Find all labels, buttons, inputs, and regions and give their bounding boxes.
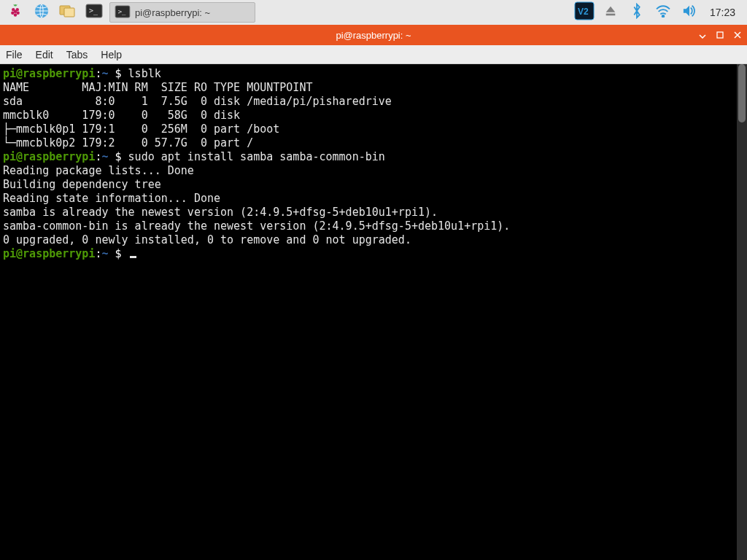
terminal-icon: >_	[85, 4, 103, 21]
window-title: pi@raspberrypi: ~	[336, 30, 411, 41]
taskbar-app-title: pi@raspberrypi: ~	[135, 7, 210, 18]
terminal-window: pi@raspberrypi: ~ File Edit Tabs Help pi…	[0, 25, 747, 560]
minimize-button[interactable]	[697, 30, 708, 40]
svg-point-5	[14, 13, 17, 16]
raspberry-logo-icon	[7, 3, 23, 22]
globe-icon	[34, 3, 50, 22]
vnc-icon: V2	[574, 1, 595, 23]
file-manager-icon	[59, 4, 77, 21]
titlebar-controls	[697, 25, 743, 45]
svg-point-16	[662, 15, 665, 18]
bluetooth-icon	[630, 3, 643, 22]
svg-point-3	[11, 12, 14, 15]
svg-rect-8	[64, 8, 74, 17]
menu-edit[interactable]: Edit	[36, 49, 53, 61]
eject-tray-button[interactable]	[602, 4, 619, 21]
window-titlebar[interactable]: pi@raspberrypi: ~	[0, 25, 747, 45]
svg-rect-15	[606, 14, 616, 16]
volume-icon	[681, 4, 697, 20]
maximize-button[interactable]	[715, 30, 725, 40]
file-manager-button[interactable]	[57, 2, 79, 23]
clock-label[interactable]: 17:23	[707, 7, 738, 18]
scrollbar-thumb[interactable]	[738, 64, 746, 122]
panel-left-group: >_ >_ pi@raspberrypi: ~	[4, 2, 255, 23]
terminal-scrollbar[interactable]	[737, 64, 747, 560]
app-menu-button[interactable]	[4, 2, 26, 23]
close-button[interactable]	[732, 30, 743, 40]
svg-point-4	[16, 12, 19, 15]
terminal-icon: >_	[115, 5, 131, 20]
terminal-launcher-button[interactable]: >_	[83, 2, 105, 23]
scrollbar-track	[737, 64, 747, 560]
wifi-icon	[655, 4, 671, 20]
taskbar-app-entry[interactable]: >_ pi@raspberrypi: ~	[109, 2, 255, 23]
vnc-tray-button[interactable]: V2	[576, 4, 593, 21]
menu-help[interactable]: Help	[101, 49, 122, 61]
svg-rect-17	[717, 32, 723, 38]
system-panel: >_ >_ pi@raspberrypi: ~ V2	[0, 0, 747, 25]
svg-text:>_: >_	[118, 7, 126, 15]
menu-file[interactable]: File	[6, 49, 23, 61]
wifi-tray-button[interactable]	[654, 4, 672, 21]
svg-text:V2: V2	[578, 7, 589, 17]
terminal-content[interactable]: pi@raspberrypi:~ $ lsblk NAME MAJ:MIN RM…	[0, 64, 737, 560]
eject-icon	[604, 4, 617, 20]
bluetooth-tray-button[interactable]	[628, 4, 646, 21]
terminal-viewport: pi@raspberrypi:~ $ lsblk NAME MAJ:MIN RM…	[0, 64, 747, 560]
panel-right-group: V2	[576, 4, 743, 21]
web-browser-button[interactable]	[31, 2, 53, 23]
menu-tabs[interactable]: Tabs	[66, 49, 88, 61]
volume-tray-button[interactable]	[681, 4, 698, 21]
window-menubar: File Edit Tabs Help	[0, 45, 747, 64]
svg-text:>_: >_	[89, 7, 98, 15]
